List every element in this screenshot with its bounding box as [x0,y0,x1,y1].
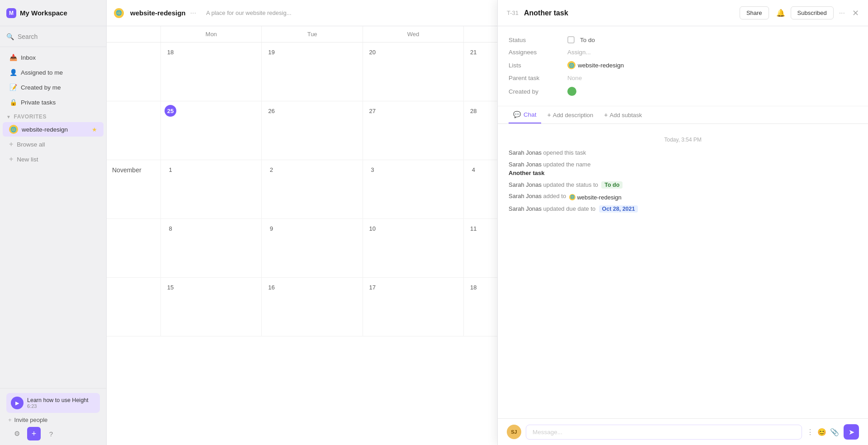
sidebar-item-website-redesign[interactable]: 🌐 website-redesign ★ [3,122,104,137]
attachment-icon[interactable]: 📎 [830,428,839,436]
activity-item-1: Sarah Jonas opened this task [509,148,857,157]
task-more-dots[interactable]: ··· [839,9,845,17]
cal-day-nov16[interactable]: 16 [262,278,363,336]
cal-day-nov3[interactable]: 3 [363,160,464,219]
inbox-icon: 📥 [9,53,17,62]
cal-day-19[interactable]: 19 [262,43,363,101]
day-number: 28 [467,105,479,117]
emoji-icon[interactable]: 😊 [817,428,826,436]
settings-icon[interactable]: ⚙ [10,427,24,440]
tab-add-description[interactable]: + Add description [543,108,598,122]
search-bar[interactable]: 🔍 Search [0,26,106,47]
sidebar-item-created[interactable]: 📝 Created by me [3,80,104,95]
sidebar: M My Workspace 🔍 Search 📥 Inbox 👤 Assign… [0,0,107,445]
cal-day-nov2[interactable]: 2 [262,160,363,219]
send-button[interactable]: ➤ [844,424,859,440]
cal-day-nov17[interactable]: 17 [363,278,464,336]
day-number: 9 [265,222,277,234]
workspace-icon: M [6,8,16,18]
cal-day-nov15[interactable]: 15 [161,278,262,336]
task-id: T-31 [507,9,519,16]
list-badge: 🌐 website-redesign [567,61,624,69]
day-number: 20 [367,46,378,58]
favorites-label: Favorites [14,114,47,120]
created-by-row: Created by [509,84,857,99]
sidebar-item-assigned[interactable]: 👤 Assigned to me [3,65,104,80]
fav-item-label: website-redesign [22,126,68,133]
day-number: 10 [367,222,378,234]
add-button[interactable]: + [27,427,41,440]
workspace-header[interactable]: M My Workspace [0,0,106,26]
list-more-dots[interactable]: ··· [190,9,196,17]
learn-height-item[interactable]: ▶ Learn how to use Height 6:23 [6,393,100,413]
assignees-value[interactable]: Assign... [567,49,591,56]
cal-day-25[interactable]: 25 [161,101,262,160]
parent-task-value: None [567,75,582,81]
learn-label: Learn how to use Height [27,397,89,403]
sidebar-footer: ⚙ + ? [6,423,100,440]
day-number: 21 [467,46,479,58]
parent-task-row: Parent task None [509,72,857,84]
activity-item-3: Sarah Jonas updated the status to To do [509,180,857,189]
day-number: 15 [165,281,176,293]
favorites-toggle[interactable]: ▼ [6,114,11,119]
message-input[interactable] [526,425,802,440]
day-number: 17 [367,281,378,293]
day-number: 4 [467,164,479,175]
input-more-icon[interactable]: ⋮ [807,428,814,436]
tab-add-subtask[interactable]: + Add subtask [599,108,646,122]
cal-day-26[interactable]: 26 [262,101,363,160]
list-description: A place for our website redesig... [206,9,387,16]
main-content: 🌐 website-redesign ··· A place for our w… [107,0,868,445]
browse-plus-icon: + [9,140,13,148]
close-button[interactable]: ✕ [852,8,859,18]
new-list-plus-icon: + [9,155,13,163]
cal-day-nov9[interactable]: 9 [262,219,363,278]
cal-day-nov1[interactable]: 1 [161,160,262,219]
lists-value: 🌐 website-redesign [567,61,624,69]
subscribed-button[interactable]: Subscribed [791,6,834,19]
workspace-label: My Workspace [20,9,67,17]
new-list-action[interactable]: + New list [3,152,104,166]
cal-day-20[interactable]: 20 [363,43,464,101]
browse-all-action[interactable]: + Browse all [3,137,104,151]
add-desc-plus-icon: + [547,111,551,118]
sidebar-item-private[interactable]: 🔒 Private tasks [3,95,104,109]
assignees-label: Assignees [509,49,567,56]
status-value: To do [567,36,595,43]
share-button[interactable]: Share [740,6,769,19]
day-number-today: 25 [165,105,176,117]
cal-header-empty [107,26,161,42]
chat-area: Today, 3:54 PM Sarah Jonas opened this t… [498,124,868,418]
lists-row: Lists 🌐 website-redesign [509,58,857,72]
cal-header-wed: Wed [363,26,464,42]
day-number: 1 [165,164,176,175]
search-icon: 🔍 [6,33,14,40]
month-label [107,278,161,336]
cal-day-nov10[interactable]: 10 [363,219,464,278]
sidebar-item-label: Assigned to me [21,69,63,76]
month-label-november: November [107,160,161,219]
list-badge-icon: 🌐 [567,61,576,69]
help-icon[interactable]: ? [44,427,58,440]
cal-day-nov8[interactable]: 8 [161,219,262,278]
task-title[interactable]: Another task [524,9,734,17]
month-label [107,101,161,160]
assigned-icon: 👤 [9,68,17,76]
activity-item-5: Sarah Jonas updated due date to Oct 28, … [509,204,857,213]
list-icon: 🌐 [114,8,124,18]
invite-label: Invite people [14,417,48,423]
website-redesign-icon: 🌐 [9,125,18,134]
status-checkbox[interactable] [567,36,575,43]
learn-time: 6:23 [27,403,89,409]
day-number: 11 [467,222,479,234]
tab-chat[interactable]: 💬 Chat [509,106,541,123]
sidebar-item-label: Private tasks [21,99,56,106]
cal-day-27[interactable]: 27 [363,101,464,160]
sidebar-item-inbox[interactable]: 📥 Inbox [3,50,104,65]
cal-day-18[interactable]: 18 [161,43,262,101]
invite-people-row[interactable]: + Invite people [6,413,100,423]
favorites-section: ▼ Favorites [0,110,106,122]
activity-item-2: Sarah Jonas updated the name Another tas… [509,160,857,178]
notification-icon[interactable]: 🔔 [776,9,785,17]
